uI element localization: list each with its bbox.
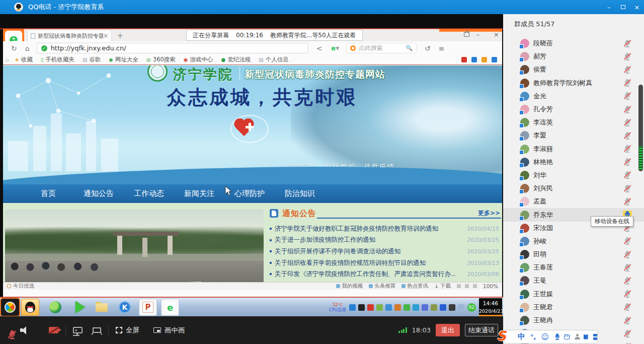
- member-row[interactable]: 段晓蓓: [503, 37, 644, 50]
- exit-button[interactable]: 退出: [436, 324, 460, 336]
- statusbar-left[interactable]: 今日优选: [7, 283, 34, 290]
- member-mic-icon[interactable]: [623, 197, 632, 206]
- presentation-icon[interactable]: [93, 327, 101, 333]
- notice-more-link[interactable]: 更多>>: [478, 209, 500, 218]
- member-row[interactable]: 刘兴民: [503, 182, 644, 195]
- extension-icon[interactable]: [461, 57, 467, 62]
- browser-tab[interactable]: 新型冠状病毒肺炎防控专题网站 ×: [27, 30, 112, 41]
- member-mic-icon[interactable]: [623, 145, 632, 154]
- tray-icon[interactable]: [404, 304, 410, 311]
- zoom-level[interactable]: 100%: [483, 283, 498, 289]
- tab-close-icon[interactable]: ×: [103, 32, 108, 39]
- account-icon[interactable]: [575, 334, 579, 339]
- member-mic-icon[interactable]: [623, 303, 632, 312]
- bookmark-item[interactable]: ◉ 网址大全: [109, 56, 138, 63]
- tray-icon[interactable]: [376, 304, 383, 311]
- speaker-icon[interactable]: [20, 326, 29, 334]
- member-row[interactable]: 孙峻: [503, 235, 644, 248]
- tray-icon[interactable]: [431, 304, 437, 311]
- extension-icon[interactable]: [471, 57, 477, 62]
- mode-dropdown-icon[interactable]: ▼: [336, 46, 339, 51]
- statusbar-tool-icons[interactable]: [457, 284, 477, 288]
- notice-link[interactable]: 关于印发《济宁学院疫情防控工作责任制、严肃追责问责暂行办...: [275, 270, 456, 279]
- tray-icon[interactable]: [358, 304, 365, 311]
- member-row[interactable]: 田萌: [503, 248, 644, 261]
- member-mic-icon[interactable]: [623, 39, 632, 48]
- camera-off-icon[interactable]: [49, 327, 58, 333]
- taskbar-powerpoint-icon[interactable]: P: [139, 299, 157, 316]
- notice-link[interactable]: 关于组织开展停课不停学问卷调查活动的通知: [275, 247, 400, 256]
- member-mic-icon[interactable]: [623, 316, 632, 325]
- tray-icon[interactable]: [413, 304, 419, 311]
- tray-icon[interactable]: [458, 304, 464, 311]
- tray-icon[interactable]: [449, 304, 455, 311]
- browser-minimize-button[interactable]: –: [476, 31, 480, 38]
- member-mic-icon[interactable]: [623, 263, 632, 272]
- taskbar-qq-icon[interactable]: [21, 299, 39, 316]
- share-page-icon[interactable]: <: [316, 44, 323, 52]
- member-row[interactable]: 孟盈: [503, 195, 644, 208]
- member-mic-icon[interactable]: [623, 276, 632, 285]
- session-restore-icon[interactable]: ↺: [425, 44, 431, 52]
- tray-icon[interactable]: [349, 304, 356, 311]
- skin-icon[interactable]: [584, 334, 588, 339]
- statusbar-link[interactable]: 热点资讯: [401, 283, 428, 290]
- member-row[interactable]: 李连英: [503, 116, 644, 129]
- member-mic-icon[interactable]: [623, 158, 632, 167]
- taskbar-explorer-icon[interactable]: [93, 299, 111, 316]
- member-mic-icon[interactable]: [623, 290, 632, 299]
- basket-icon[interactable]: [464, 32, 469, 37]
- member-scrollbar[interactable]: [638, 85, 643, 171]
- notice-link[interactable]: 关于进一步加强疫情防控工作的通知: [275, 236, 375, 244]
- bookmark-item[interactable]: ▤ 个人信息: [259, 56, 288, 63]
- taskbar-video-player-icon[interactable]: [69, 299, 88, 316]
- member-row[interactable]: 教师教育学院刘树真: [503, 77, 644, 90]
- member-row[interactable]: 郝芳: [503, 50, 644, 63]
- bookmark-item[interactable]: ◉ 游戏中心: [184, 56, 213, 63]
- member-row[interactable]: 王世媒: [503, 288, 644, 301]
- member-mic-icon[interactable]: [623, 237, 632, 246]
- keyboard-icon[interactable]: [564, 334, 570, 339]
- search-box[interactable]: 点此搜索 🔍: [346, 43, 417, 53]
- extension-icon[interactable]: [481, 57, 487, 62]
- voice-input-icon[interactable]: [554, 333, 558, 340]
- member-mic-icon[interactable]: [623, 52, 632, 61]
- bookmarks-expand-icon[interactable]: ▷: [6, 57, 10, 62]
- home-icon[interactable]: ⌂: [25, 44, 30, 52]
- end-call-button[interactable]: 结束通话: [465, 324, 498, 336]
- member-mic-icon[interactable]: [623, 79, 632, 88]
- browser-close-button[interactable]: ×: [494, 31, 499, 38]
- notice-link[interactable]: 关于组织收看开学前疫情防控规范培训特别节目的通知: [275, 259, 426, 267]
- toolbox-icon[interactable]: [593, 334, 597, 340]
- security-score-badge[interactable]: 62: [467, 303, 476, 312]
- bookmark-item[interactable]: ★ 收藏: [15, 56, 33, 63]
- tray-icon[interactable]: [385, 304, 392, 311]
- member-row[interactable]: 王晓冉: [503, 314, 644, 327]
- bookmark-item[interactable]: ◎ 360搜索: [146, 56, 176, 63]
- member-mic-icon[interactable]: [623, 171, 632, 180]
- member-mic-icon[interactable]: [623, 250, 632, 259]
- tray-icon[interactable]: [367, 304, 374, 311]
- close-button[interactable]: ×: [630, 0, 644, 14]
- member-mic-icon[interactable]: [623, 92, 632, 101]
- ime-mode-toggle[interactable]: 中: [518, 332, 525, 341]
- member-row[interactable]: 刘华: [503, 169, 644, 182]
- browser-mode-icon[interactable]: e: [331, 44, 336, 52]
- member-row[interactable]: 侯蕾: [503, 63, 644, 76]
- nav-item[interactable]: 新闻关注: [174, 189, 224, 198]
- member-mic-icon[interactable]: [623, 118, 632, 127]
- menu-icon[interactable]: ≡: [439, 44, 445, 52]
- member-row[interactable]: 林艳艳: [503, 156, 644, 169]
- member-row[interactable]: 金光: [503, 90, 644, 103]
- start-button[interactable]: [1, 299, 19, 316]
- tray-icon[interactable]: [422, 304, 428, 311]
- address-bar[interactable]: ✓ http://yqfk.jnxy.edu.cn/: [37, 43, 308, 53]
- member-mic-icon[interactable]: [623, 329, 632, 338]
- member-row[interactable]: 李淑丽: [503, 143, 644, 156]
- extension-icon[interactable]: [492, 57, 497, 62]
- statusbar-link[interactable]: 头条推荐: [369, 283, 395, 290]
- reload-icon[interactable]: ↻: [11, 44, 17, 52]
- nav-item[interactable]: 防治知识: [275, 189, 325, 198]
- minimize-button[interactable]: –: [602, 0, 616, 14]
- member-mic-icon[interactable]: [623, 131, 632, 140]
